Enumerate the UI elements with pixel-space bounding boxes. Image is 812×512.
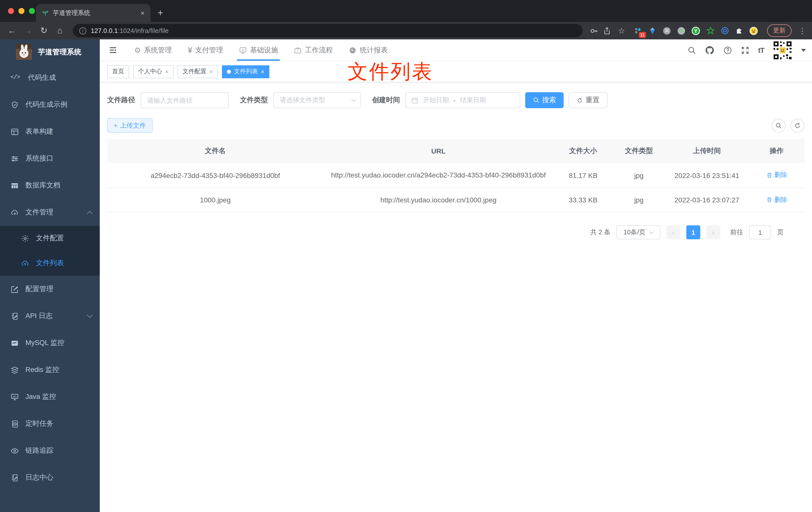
sidebar: 芋道管理系统 </> 代码生成 代码生成示例 表单构建 系统接口 bbox=[0, 39, 100, 512]
tab-close-icon[interactable]: × bbox=[141, 9, 145, 17]
table-row: 1000.jpeg http://test.yudao.iocoder.cn/1… bbox=[107, 188, 805, 213]
table-tools bbox=[772, 118, 805, 132]
top-menu-infrastructure[interactable]: 基础设施 bbox=[231, 39, 286, 61]
tag-file-list[interactable]: 文件列表 × bbox=[222, 65, 269, 78]
back-icon[interactable]: ← bbox=[6, 26, 18, 36]
file-type-select[interactable]: 请选择文件类型 bbox=[273, 92, 361, 108]
page-size-select[interactable]: 10条/页 bbox=[616, 225, 660, 239]
extension-diamond-icon[interactable]: 11 bbox=[633, 26, 642, 35]
url-path: :1024/infra/file/file bbox=[118, 27, 169, 34]
pagination-total: 共 2 条 bbox=[590, 228, 610, 237]
bookmark-star-icon[interactable]: ☆ bbox=[615, 26, 628, 35]
sidebar-item-file-mgmt[interactable]: 文件管理 bbox=[0, 199, 100, 226]
sidebar-item-file-config[interactable]: 文件配置 bbox=[0, 226, 100, 251]
chart-box-icon bbox=[10, 339, 19, 347]
cell-type: jpg bbox=[613, 189, 665, 210]
reload-icon[interactable]: ↻ bbox=[38, 25, 50, 36]
extension-star-icon[interactable] bbox=[706, 26, 715, 35]
table-search-toggle-button[interactable] bbox=[772, 118, 786, 132]
col-header-type: 文件类型 bbox=[613, 140, 665, 162]
date-start-placeholder[interactable]: 开始日期 bbox=[423, 96, 449, 105]
font-size-icon[interactable]: tT bbox=[758, 46, 764, 54]
col-header-time: 上传时间 bbox=[665, 140, 749, 162]
fullscreen-icon[interactable] bbox=[741, 46, 750, 55]
tag-file-config[interactable]: 文件配置 × bbox=[178, 65, 218, 78]
search-icon[interactable] bbox=[687, 46, 696, 55]
window-controls[interactable] bbox=[8, 8, 35, 14]
zoom-window-button[interactable] bbox=[29, 8, 35, 14]
date-range-picker[interactable]: 开始日期 - 结束日期 bbox=[406, 92, 520, 108]
extension-target-icon[interactable] bbox=[720, 26, 729, 35]
top-menu-label: 统计报表 bbox=[360, 46, 388, 55]
reset-button[interactable]: 重置 bbox=[569, 92, 608, 108]
next-page-button[interactable]: › bbox=[706, 225, 720, 239]
cell-time: 2022-03-16 23:51:41 bbox=[665, 165, 749, 186]
sidebar-item-api-log[interactable]: API 日志 bbox=[0, 303, 100, 330]
sidebar-item-mysql-monitor[interactable]: MySQL 监控 bbox=[0, 330, 100, 357]
sidebar-item-trace[interactable]: 链路追踪 bbox=[0, 437, 100, 464]
sidebar-item-code-gen[interactable]: </> 代码生成 bbox=[0, 64, 100, 91]
user-avatar-qr[interactable] bbox=[773, 40, 792, 60]
calendar-icon bbox=[411, 96, 418, 104]
prev-page-button[interactable]: ‹ bbox=[666, 225, 680, 239]
new-tab-button[interactable]: + bbox=[157, 7, 163, 19]
top-menu-workflow[interactable]: 工作流程 bbox=[286, 39, 341, 61]
address-bar[interactable]: i 127.0.0.1:1024/infra/file/file bbox=[73, 24, 583, 37]
help-question-icon[interactable] bbox=[723, 46, 732, 55]
avatar-caret-down-icon[interactable] bbox=[801, 49, 806, 52]
sidebar-item-form-builder[interactable]: 表单构建 bbox=[0, 118, 100, 145]
sidebar-logo-row[interactable]: 芋道管理系统 bbox=[0, 39, 100, 64]
sidebar-item-log-center[interactable]: 日志中心 bbox=[0, 464, 100, 491]
extension-y-icon[interactable] bbox=[691, 26, 700, 35]
browser-tab[interactable]: 芋道管理系统 × bbox=[36, 4, 151, 22]
upload-file-button[interactable]: + 上传文件 bbox=[107, 118, 152, 132]
chevron-down-icon bbox=[87, 312, 93, 318]
file-path-input[interactable] bbox=[147, 96, 223, 104]
page-number-1[interactable]: 1 bbox=[686, 225, 700, 239]
delete-button[interactable]: 删除 bbox=[766, 195, 787, 204]
goto-page-input[interactable] bbox=[749, 225, 771, 239]
tag-close-icon[interactable]: × bbox=[209, 68, 213, 75]
tag-label: 文件配置 bbox=[182, 67, 206, 76]
password-key-icon[interactable] bbox=[589, 26, 599, 35]
browser-menu-icon[interactable]: ⋮ bbox=[799, 26, 806, 35]
tag-close-icon[interactable]: × bbox=[261, 68, 264, 75]
sidebar-collapse-button[interactable] bbox=[100, 46, 126, 55]
sidebar-item-scheduled-task[interactable]: 定时任务 bbox=[0, 410, 100, 437]
share-icon[interactable] bbox=[603, 26, 611, 35]
cell-time: 2022-03-16 23:07:27 bbox=[665, 189, 749, 210]
sidebar-item-system-api[interactable]: 系统接口 bbox=[0, 145, 100, 172]
sidebar-item-code-demo[interactable]: 代码生成示例 bbox=[0, 91, 100, 118]
tag-home[interactable]: 首页 bbox=[107, 65, 129, 78]
search-icon bbox=[533, 97, 540, 104]
sidebar-item-file-list[interactable]: 文件列表 bbox=[0, 251, 100, 276]
extension-emoji-icon[interactable] bbox=[749, 26, 758, 35]
url-host: 127.0.0.1 bbox=[91, 27, 118, 34]
extension-dot-icon[interactable] bbox=[677, 26, 686, 35]
extension-kite-icon[interactable] bbox=[648, 26, 657, 35]
extensions-puzzle-icon[interactable] bbox=[735, 26, 744, 35]
top-menu-report[interactable]: 统计报表 bbox=[341, 39, 396, 61]
sidebar-item-config-mgmt[interactable]: 配置管理 bbox=[0, 276, 100, 303]
close-window-button[interactable] bbox=[8, 8, 14, 14]
home-icon[interactable]: ⌂ bbox=[54, 26, 66, 36]
sidebar-item-redis-monitor[interactable]: Redis 监控 bbox=[0, 357, 100, 383]
site-info-icon[interactable]: i bbox=[79, 27, 86, 34]
top-menu-payment[interactable]: ¥ 支付管理 bbox=[180, 39, 231, 61]
browser-update-button[interactable]: 更新 bbox=[767, 24, 791, 37]
sidebar-item-db-doc[interactable]: 数据库文档 bbox=[0, 172, 100, 199]
table-refresh-button[interactable] bbox=[790, 118, 805, 132]
sidebar-item-java-monitor[interactable]: Java 监控 bbox=[0, 383, 100, 410]
github-icon[interactable] bbox=[705, 45, 715, 55]
date-end-placeholder[interactable]: 结束日期 bbox=[460, 96, 486, 105]
extension-command-icon[interactable]: ⌘ bbox=[662, 26, 671, 35]
delete-button[interactable]: 删除 bbox=[766, 171, 787, 180]
search-button[interactable]: 搜索 bbox=[525, 92, 563, 108]
tag-profile[interactable]: 个人中心 × bbox=[133, 65, 174, 78]
tag-close-icon[interactable]: × bbox=[165, 68, 169, 75]
forward-icon[interactable]: → bbox=[22, 26, 34, 36]
top-menu-system[interactable]: ⚙ 系统管理 bbox=[126, 39, 180, 61]
minimize-window-button[interactable] bbox=[19, 8, 24, 14]
refresh-icon bbox=[794, 122, 801, 129]
plus-icon: + bbox=[114, 122, 117, 129]
